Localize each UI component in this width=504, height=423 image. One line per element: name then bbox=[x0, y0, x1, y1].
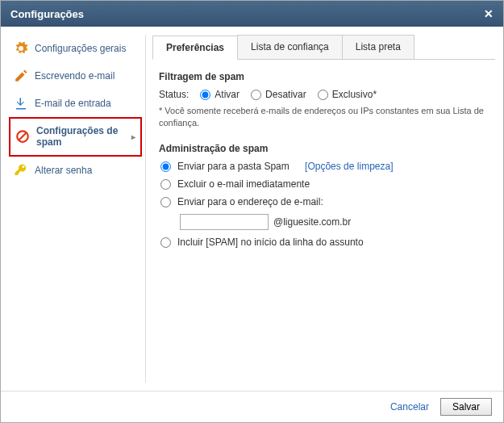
admin-radio-label: Enviar para o endereço de e-mail: bbox=[177, 196, 323, 207]
status-radio-label: Desativar bbox=[265, 89, 306, 100]
forward-domain-label: @liguesite.com.br bbox=[273, 216, 351, 228]
chevron-right-icon: ▸ bbox=[131, 132, 135, 141]
admin-option-delete[interactable]: Excluir o e-mail imediatamente bbox=[160, 178, 489, 190]
main-panel: Preferências Lista de confiança Lista pr… bbox=[152, 35, 495, 383]
dialog-body: Configurações gerais Escrevendo e-mail E… bbox=[1, 27, 503, 391]
sidebar-item-incoming[interactable]: E-mail de entrada bbox=[9, 90, 142, 117]
save-button[interactable]: Salvar bbox=[440, 398, 492, 416]
sidebar-item-label: E-mail de entrada bbox=[35, 98, 137, 109]
sidebar-item-label: Escrevendo e-mail bbox=[35, 70, 137, 82]
sidebar: Configurações gerais Escrevendo e-mail E… bbox=[9, 35, 146, 383]
tab-preferences[interactable]: Preferências bbox=[152, 36, 238, 60]
download-arrow-icon bbox=[14, 96, 28, 111]
settings-dialog: Configurações ✕ Configurações gerais Esc… bbox=[0, 0, 504, 423]
admin-radio-delete[interactable] bbox=[160, 179, 171, 190]
preferences-panel: Filtragem de spam Status: Ativar Desativ… bbox=[152, 60, 495, 259]
titlebar: Configurações ✕ bbox=[1, 1, 503, 27]
admin-radio-label: Excluir o e-mail imediatamente bbox=[177, 178, 310, 190]
forward-address-row: @liguesite.com.br bbox=[180, 214, 489, 230]
admin-option-tag-subject[interactable]: Incluir [SPAM] no início da linha do ass… bbox=[160, 237, 489, 248]
gear-icon bbox=[14, 41, 28, 56]
status-note: * Você somente receberá e-mails de ender… bbox=[159, 105, 489, 130]
sidebar-item-spam[interactable]: Configurações de spam ▸ bbox=[9, 117, 142, 157]
cancel-link[interactable]: Cancelar bbox=[390, 401, 429, 413]
admin-radio-label: Incluir [SPAM] no início da linha do ass… bbox=[177, 237, 364, 248]
close-icon[interactable]: ✕ bbox=[484, 7, 494, 20]
admin-section-title: Administração de spam bbox=[159, 143, 489, 154]
svg-line-1 bbox=[19, 133, 27, 140]
status-row: Status: Ativar Desativar Exclusivo* bbox=[159, 89, 489, 100]
status-radio-label: Ativar bbox=[215, 89, 240, 100]
tab-trustlist[interactable]: Lista de confiança bbox=[237, 35, 343, 59]
sidebar-item-label: Configurações gerais bbox=[35, 43, 137, 54]
admin-option-forward[interactable]: Enviar para o endereço de e-mail: bbox=[160, 196, 489, 207]
admin-radio-label: Enviar para a pasta Spam bbox=[177, 161, 289, 172]
filter-section-title: Filtragem de spam bbox=[159, 71, 489, 82]
block-icon bbox=[15, 129, 30, 144]
pencil-icon bbox=[14, 69, 28, 83]
status-label: Status: bbox=[159, 89, 189, 100]
admin-radio-send-folder[interactable] bbox=[160, 161, 171, 172]
admin-option-send-folder[interactable]: Enviar para a pasta Spam [Opções de limp… bbox=[160, 161, 489, 172]
sidebar-item-label: Configurações de spam bbox=[36, 125, 125, 149]
status-option-exclusive[interactable]: Exclusivo* bbox=[318, 89, 377, 100]
status-radio-exclusive[interactable] bbox=[318, 90, 328, 100]
status-radio-activate[interactable] bbox=[200, 90, 210, 100]
key-icon bbox=[14, 163, 28, 178]
sidebar-item-label: Alterar senha bbox=[35, 165, 137, 176]
status-radio-label: Exclusivo* bbox=[332, 89, 377, 100]
tab-blacklist[interactable]: Lista preta bbox=[342, 35, 414, 59]
dialog-title: Configurações bbox=[10, 8, 84, 20]
tabs: Preferências Lista de confiança Lista pr… bbox=[152, 35, 495, 60]
dialog-footer: Cancelar Salvar bbox=[1, 391, 503, 422]
sidebar-item-general[interactable]: Configurações gerais bbox=[9, 35, 142, 62]
admin-radio-forward[interactable] bbox=[160, 197, 171, 207]
status-option-deactivate[interactable]: Desativar bbox=[251, 89, 306, 100]
forward-localpart-input[interactable] bbox=[180, 214, 269, 230]
admin-options: Enviar para a pasta Spam [Opções de limp… bbox=[160, 161, 489, 248]
sidebar-item-compose[interactable]: Escrevendo e-mail bbox=[9, 62, 142, 90]
status-radio-deactivate[interactable] bbox=[251, 90, 261, 100]
cleanup-options-link[interactable]: [Opções de limpeza] bbox=[305, 161, 393, 172]
status-option-activate[interactable]: Ativar bbox=[200, 89, 240, 100]
admin-radio-tag-subject[interactable] bbox=[160, 237, 171, 248]
sidebar-item-password[interactable]: Alterar senha bbox=[9, 157, 142, 184]
